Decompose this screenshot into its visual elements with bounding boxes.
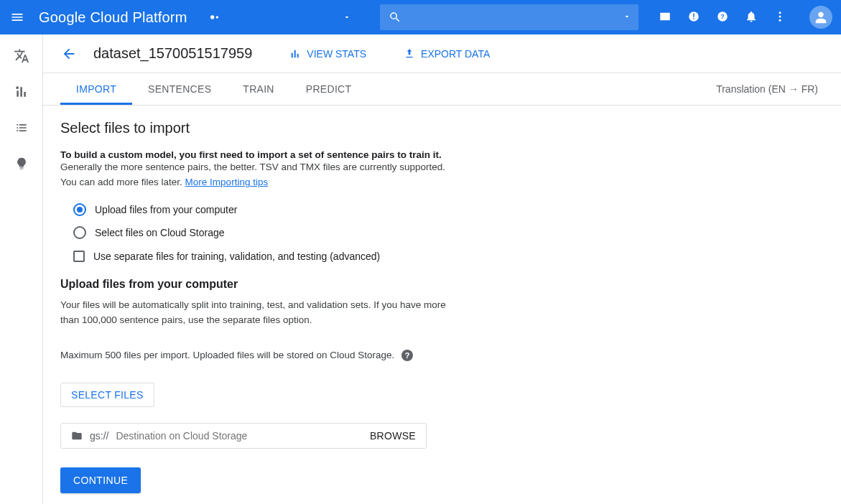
- hamburger-menu-icon[interactable]: [9, 9, 26, 26]
- help-tooltip-icon[interactable]: ?: [401, 350, 413, 361]
- export-data-label: EXPORT DATA: [421, 48, 490, 60]
- svg-text:?: ?: [720, 13, 725, 20]
- radio-icon: [73, 203, 86, 216]
- sidebar-lightbulb-icon[interactable]: [13, 155, 30, 172]
- advanced-checkbox-label: Use separate files for training, validat…: [93, 251, 380, 262]
- view-stats-button[interactable]: VIEW STATS: [289, 48, 366, 60]
- option-upload-computer[interactable]: Upload files from your computer: [73, 203, 824, 216]
- search-box[interactable]: [380, 4, 638, 30]
- tab-import[interactable]: IMPORT: [60, 73, 132, 105]
- intro-line2: Generally the more sentence pairs, the b…: [60, 160, 824, 175]
- project-dropdown[interactable]: [343, 13, 351, 22]
- svg-point-7: [779, 11, 781, 14]
- tab-train[interactable]: TRAIN: [227, 73, 290, 105]
- translation-language-label: Translation (EN → FR): [716, 73, 824, 105]
- max-files-text: Maximum 500 files per import. Uploaded f…: [60, 350, 394, 360]
- continue-button[interactable]: CONTINUE: [60, 467, 141, 493]
- svg-rect-4: [693, 18, 694, 19]
- destination-input[interactable]: [116, 430, 363, 442]
- page-heading: Select files to import: [60, 120, 824, 136]
- folder-icon: [71, 430, 83, 442]
- intro-bold: To build a custom model, you first need …: [60, 149, 824, 160]
- tab-sentences[interactable]: SENTENCES: [132, 73, 227, 105]
- select-files-button[interactable]: SELECT FILES: [60, 383, 154, 407]
- account-avatar[interactable]: [809, 6, 832, 29]
- radio-icon: [73, 226, 86, 239]
- checkbox-icon: [73, 251, 85, 262]
- svg-point-9: [779, 19, 781, 21]
- max-files-note: Maximum 500 files per import. Uploaded f…: [60, 350, 824, 361]
- intro-line3: You can add more files later. More Impor…: [60, 175, 824, 190]
- advanced-checkbox[interactable]: Use separate files for training, validat…: [73, 251, 824, 262]
- tab-bar: IMPORT SENTENCES TRAIN PREDICT Translati…: [43, 73, 841, 106]
- more-vert-icon[interactable]: [773, 10, 786, 25]
- back-arrow-icon[interactable]: [60, 45, 78, 62]
- svg-point-0: [210, 15, 214, 19]
- destination-field[interactable]: gs:// BROWSE: [60, 423, 427, 449]
- upload-description: Your files will be automatically split i…: [60, 298, 463, 328]
- option-upload-label: Upload files from your computer: [95, 204, 237, 215]
- header-bar: Google Cloud Platform ?: [0, 0, 841, 34]
- title-bar: dataset_1570051517959 VIEW STATS EXPORT …: [43, 34, 841, 73]
- svg-rect-10: [16, 87, 18, 89]
- svg-point-1: [215, 16, 218, 18]
- search-dropdown-icon[interactable]: [623, 11, 631, 23]
- search-icon: [389, 11, 401, 24]
- more-importing-tips-link[interactable]: More Importing tips: [185, 177, 269, 187]
- gs-prefix: gs://: [90, 430, 108, 442]
- svg-rect-3: [693, 13, 694, 17]
- view-stats-label: VIEW STATS: [307, 48, 366, 60]
- sidebar-list-icon[interactable]: [13, 119, 30, 136]
- option-cloud-storage[interactable]: Select files on Cloud Storage: [73, 226, 824, 239]
- tab-predict[interactable]: PREDICT: [290, 73, 368, 105]
- left-sidebar: [0, 34, 43, 504]
- product-icon: [209, 11, 220, 23]
- brand-title: Google Cloud Platform: [39, 9, 187, 26]
- option-cloud-label: Select files on Cloud Storage: [95, 227, 225, 238]
- alert-icon[interactable]: [687, 10, 700, 25]
- help-icon[interactable]: ?: [716, 10, 729, 25]
- notifications-icon[interactable]: [745, 10, 758, 25]
- dataset-title: dataset_1570051517959: [93, 45, 252, 62]
- cloud-shell-icon[interactable]: [659, 10, 672, 25]
- svg-point-8: [779, 15, 781, 17]
- sidebar-translate-icon[interactable]: [13, 47, 30, 65]
- export-data-button[interactable]: EXPORT DATA: [404, 48, 490, 60]
- content-area: Select files to import To build a custom…: [43, 106, 841, 504]
- browse-button[interactable]: BROWSE: [370, 430, 416, 442]
- upload-subheading: Upload files from your computer: [60, 278, 824, 291]
- intro-line3-text: You can add more files later.: [60, 177, 185, 187]
- sidebar-dashboard-icon[interactable]: [13, 83, 30, 101]
